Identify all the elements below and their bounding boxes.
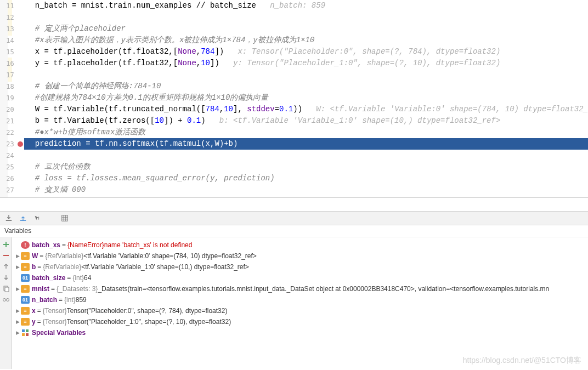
add-icon[interactable] [2, 241, 10, 248]
svg-point-3 [3, 299, 5, 301]
glasses-icon[interactable] [2, 295, 10, 303]
svg-rect-0 [62, 215, 68, 221]
line-number[interactable]: 25⊟ [0, 161, 24, 173]
variable-row[interactable]: 01n_batch = {int} 859 [12, 294, 588, 305]
variable-type: {_Datasets: 3} [56, 285, 98, 293]
variable-row[interactable]: ▶Special Variables [12, 327, 588, 338]
code-line[interactable]: # 定义两个placeholder [24, 23, 588, 35]
code-line[interactable]: x = tf.placeholder(tf.float32,[None,784]… [24, 46, 588, 58]
upload-icon[interactable] [19, 214, 27, 223]
line-number[interactable]: 24 [0, 150, 24, 161]
expand-icon[interactable]: ▶ [14, 308, 21, 314]
variable-row[interactable]: ▶≡W = {RefVariable} <tf.Variable 'Variab… [12, 251, 588, 261]
code-line[interactable] [24, 150, 588, 161]
variable-row[interactable]: ▶≡mnist = {_Datasets: 3} _Datasets(train… [12, 283, 588, 294]
svg-rect-2 [5, 287, 9, 292]
code-line[interactable]: n_batch = mnist.train.num_examples // ba… [24, 0, 588, 12]
code-line[interactable]: # loss = tf.losses.mean_squared_error(y,… [24, 173, 588, 184]
expand-icon[interactable]: ▶ [14, 330, 21, 335]
variable-type-icon: ! [21, 241, 30, 249]
line-number[interactable]: 21 [0, 115, 24, 127]
line-number[interactable]: 12 [0, 12, 24, 23]
variables-left-toolbar [0, 237, 12, 369]
variable-name: y [32, 318, 36, 326]
remove-icon[interactable] [2, 252, 10, 259]
code-line[interactable]: W = tf.Variable(tf.truncated_normal([784… [24, 104, 588, 115]
variable-type-icon: 01 [21, 274, 30, 282]
line-number[interactable]: 16 [0, 58, 24, 69]
variable-row[interactable]: !batch_xs = {NameError}name 'batch_xs' i… [12, 240, 588, 251]
download-icon[interactable] [4, 214, 13, 223]
code-line[interactable]: y = tf.placeholder(tf.float32,[None,10])… [24, 58, 588, 69]
code-line[interactable] [24, 12, 588, 23]
code-editor[interactable]: 111213⊟1415161718⊟19202122232425⊟2627⊟ n… [0, 0, 588, 197]
line-number[interactable]: 20 [0, 104, 24, 115]
code-line[interactable]: # 创建一个简单的神经网络:784-10 [24, 81, 588, 92]
variable-value: {NameError}name 'batch_xs' is not define… [67, 241, 192, 249]
expand-icon[interactable]: ▶ [14, 319, 21, 325]
svg-point-4 [6, 299, 9, 301]
variable-name: mnist [32, 285, 49, 293]
code-line[interactable] [24, 69, 588, 81]
line-number[interactable]: 13⊟ [0, 23, 24, 35]
panel-separator[interactable] [0, 197, 588, 211]
svg-rect-5 [22, 329, 25, 332]
code-line[interactable]: #创建规格为784×10方差为0.1的权重矩阵和规格为1×10的偏执向量 [24, 92, 588, 104]
debug-toolbar [0, 211, 588, 225]
svg-rect-6 [26, 329, 29, 332]
up-icon[interactable] [2, 263, 10, 270]
code-line[interactable]: prediction = tf.nn.softmax(tf.matmul(x,W… [24, 138, 588, 150]
code-line[interactable]: # 交叉熵 000 [24, 184, 588, 196]
line-number[interactable]: 11 [0, 0, 24, 12]
code-line[interactable]: #x表示输入图片的数据，y表示类别个数。x被拉伸成为1×784，y被拉伸成为1×… [24, 35, 588, 46]
variable-row[interactable]: 01batch_size = {int} 64 [12, 272, 588, 283]
line-number-gutter[interactable]: 111213⊟1415161718⊟19202122232425⊟2627⊟ [0, 0, 24, 197]
line-number[interactable]: 22 [0, 127, 24, 138]
line-number[interactable]: 19 [0, 92, 24, 104]
variables-panel: !batch_xs = {NameError}name 'batch_xs' i… [0, 237, 588, 369]
expand-icon[interactable]: ▶ [14, 264, 21, 270]
line-number[interactable]: 23 [0, 138, 24, 150]
svg-rect-7 [22, 333, 25, 336]
variable-value: 859 [76, 296, 87, 304]
variable-type-icon: ≡ [21, 252, 30, 260]
line-number[interactable]: 15 [0, 46, 24, 58]
variable-name: x [32, 307, 36, 315]
variables-panel-title: Variables [0, 225, 588, 237]
code-line[interactable]: # 二次代价函数 [24, 161, 588, 173]
variable-type: {int} [64, 296, 76, 304]
variable-type: {int} [72, 274, 84, 282]
variable-value: Tensor("Placeholder:0", shape=(?, 784), … [67, 307, 228, 315]
line-number[interactable]: 27⊟ [0, 184, 24, 196]
variable-value: 64 [84, 274, 91, 282]
variable-type: {Tensor} [43, 307, 67, 315]
expand-icon[interactable]: ▶ [14, 253, 21, 259]
svg-rect-8 [26, 333, 29, 336]
code-line[interactable]: b = tf.Variable(tf.zeros([10]) + 0.1) b:… [24, 115, 588, 127]
variable-row[interactable]: ▶≡b = {RefVariable} <tf.Variable 'Variab… [12, 261, 588, 272]
variable-type-icon [21, 329, 30, 337]
variable-type: {RefVariable} [43, 263, 81, 271]
variables-list[interactable]: !batch_xs = {NameError}name 'batch_xs' i… [12, 237, 588, 369]
variable-row[interactable]: ▶≡x = {Tensor} Tensor("Placeholder:0", s… [12, 305, 588, 316]
variable-name: b [32, 263, 36, 271]
variable-type-icon: ≡ [21, 285, 30, 293]
variable-value: _Datasets(train=<tensorflow.examples.tut… [98, 285, 549, 293]
line-number[interactable]: 14 [0, 35, 24, 46]
line-number[interactable]: 18⊟ [0, 81, 24, 92]
table-icon[interactable] [60, 214, 69, 223]
expand-icon[interactable]: ▶ [14, 286, 21, 292]
variable-name: Special Variables [32, 329, 86, 337]
copy-icon[interactable] [2, 284, 10, 292]
line-number[interactable]: 17 [0, 69, 24, 81]
code-line[interactable]: #●x*w+b使用softmax激活函数 [24, 127, 588, 138]
variable-row[interactable]: ▶≡y = {Tensor} Tensor("Placeholder_1:0",… [12, 316, 588, 327]
variable-name: W [32, 252, 38, 260]
variable-type-icon: ≡ [21, 263, 30, 271]
variable-type: {RefVariable} [45, 252, 83, 260]
down-icon[interactable] [2, 274, 10, 281]
cursor-icon[interactable] [33, 214, 42, 223]
variable-name: batch_size [32, 274, 65, 282]
line-number[interactable]: 26 [0, 173, 24, 184]
code-lines[interactable]: n_batch = mnist.train.num_examples // ba… [24, 0, 588, 197]
